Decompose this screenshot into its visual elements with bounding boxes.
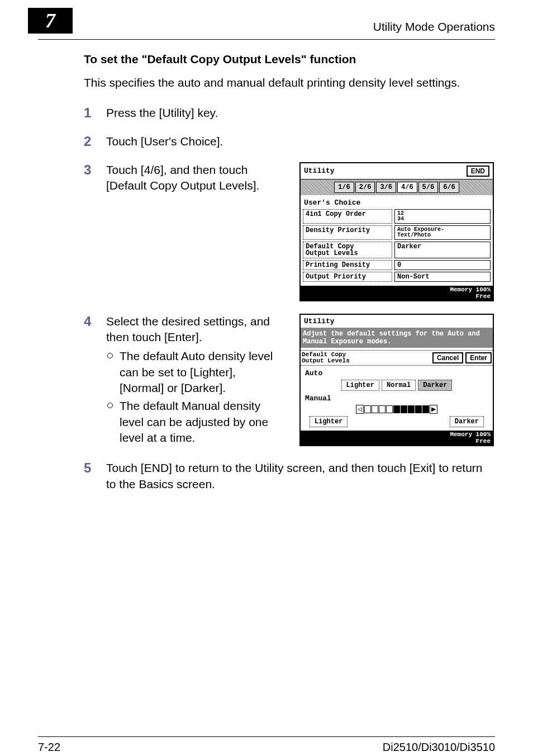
step-text: Touch [4/6], and then touch [Default Cop…: [106, 162, 275, 194]
auto-lighter-button[interactable]: Lighter: [341, 380, 379, 391]
step-text: Select the desired settings, and then to…: [106, 314, 275, 346]
density-priority-button[interactable]: Density Priority: [303, 225, 392, 240]
bullet-auto-density: The default Auto density level can be se…: [106, 348, 275, 396]
step-number: 2: [84, 134, 106, 150]
printing-density-button[interactable]: Printing Density: [303, 260, 392, 270]
running-header: Utility Mode Operations: [373, 20, 495, 34]
auto-normal-button[interactable]: Normal: [382, 380, 416, 391]
copy-order-value: 12 34: [394, 209, 491, 224]
auto-darker-button[interactable]: Darker: [418, 380, 452, 391]
screen-title: Utility: [304, 317, 335, 325]
top-rule: [38, 39, 495, 40]
screen-subtitle: User's Choice: [303, 197, 491, 209]
manual-darker-button[interactable]: Darker: [450, 416, 484, 427]
step-number: 5: [84, 460, 106, 476]
step-2: 2 Touch [User's Choice].: [84, 134, 494, 150]
end-button[interactable]: END: [467, 166, 489, 177]
section-intro: This specifies the auto and manual defau…: [84, 76, 494, 89]
auto-group-title: Auto: [305, 369, 488, 377]
lighter-arrow-icon[interactable]: ◁: [356, 405, 364, 414]
tab-3-6[interactable]: 3/6: [376, 182, 396, 193]
screen-title: Utility: [304, 167, 335, 175]
tab-1-6[interactable]: 1/6: [334, 182, 354, 193]
output-priority-button[interactable]: Output Priority: [303, 272, 392, 282]
screen-message: Adjust the default settings for the Auto…: [301, 328, 493, 348]
control-label: Default Copy Output Levels: [302, 352, 350, 364]
model-numbers: Di2510/Di3010/Di3510: [383, 741, 495, 754]
output-priority-value: Non-Sort: [394, 272, 491, 282]
utility-screen-output-levels: Utility Adjust the default settings for …: [299, 314, 494, 447]
manual-group-title: Manual: [305, 394, 488, 403]
section-title: To set the "Default Copy Output Levels" …: [84, 53, 494, 66]
copy-order-button[interactable]: 4in1 Copy Order: [303, 209, 392, 224]
enter-button[interactable]: Enter: [465, 352, 492, 363]
step-number: 1: [84, 105, 106, 121]
bullet-manual-density: The default Manual density level can be …: [106, 398, 275, 446]
step-text: Press the [Utility] key.: [106, 105, 218, 121]
step-4: 4 Select the desired settings, and then …: [84, 314, 494, 448]
page-tabs: 1/6 2/6 3/6 4/6 5/6 6/6: [301, 179, 493, 195]
density-priority-value: Auto Exposure- Text/Photo: [394, 225, 491, 240]
darker-arrow-icon[interactable]: ▶: [430, 405, 437, 414]
step-text: Touch [User's Choice].: [106, 134, 223, 149]
tab-5-6[interactable]: 5/6: [418, 182, 439, 193]
step-text: Touch [END] to return to the Utility scr…: [106, 460, 494, 492]
step-3: 3 Touch [4/6], and then touch [Default C…: [84, 162, 494, 301]
memory-status: Memory 100% Free: [301, 286, 493, 300]
utility-screen-users-choice: Utility END 1/6 2/6 3/6 4/6 5/6 6/6 User…: [299, 162, 494, 301]
bottom-rule: [38, 736, 495, 737]
manual-density-bar: ◁ ▶: [305, 405, 488, 414]
default-copy-output-button[interactable]: Default Copy Output Levels: [303, 242, 392, 258]
manual-lighter-button[interactable]: Lighter: [310, 416, 348, 427]
chapter-number: 7: [28, 8, 73, 34]
memory-status: Memory 100% Free: [301, 431, 493, 445]
page-number: 7-22: [38, 741, 60, 754]
cancel-button[interactable]: Cancel: [432, 352, 463, 363]
step-number: 3: [84, 162, 106, 194]
default-copy-output-value: Darker: [394, 242, 491, 258]
printing-density-value: 0: [394, 260, 491, 270]
tab-6-6[interactable]: 6/6: [439, 182, 459, 193]
step-number: 4: [84, 314, 106, 448]
step-5: 5 Touch [END] to return to the Utility s…: [84, 460, 494, 492]
tab-4-6[interactable]: 4/6: [397, 182, 417, 193]
step-1: 1 Press the [Utility] key.: [84, 105, 494, 121]
tab-2-6[interactable]: 2/6: [355, 182, 375, 193]
